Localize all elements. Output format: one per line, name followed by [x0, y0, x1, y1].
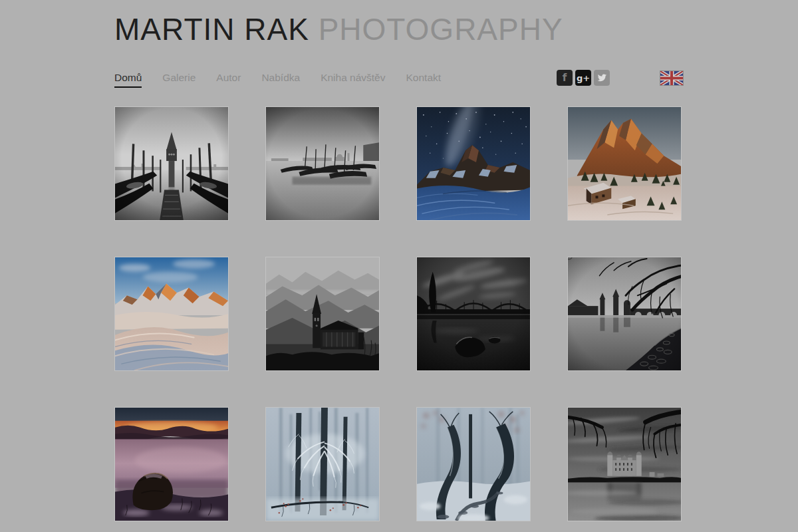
twitter-button[interactable]: [594, 70, 610, 86]
site-logo[interactable]: MARTIN RAK PHOTOGRAPHY: [114, 11, 684, 48]
language-switch-uk-flag[interactable]: [660, 70, 684, 86]
fog-boulder-image: [115, 408, 228, 521]
photo-thumbnail-venice-boats[interactable]: [265, 106, 380, 221]
railway-bridge-image: [417, 257, 530, 370]
union-jack-icon: [660, 71, 683, 85]
photo-thumbnail-church-misty[interactable]: [265, 257, 380, 371]
social-links: f g+: [557, 70, 610, 86]
moritzburg-castle-image: [568, 408, 681, 521]
church-misty-image: [266, 257, 379, 370]
site-logo-secondary: PHOTOGRAPHY: [319, 12, 563, 47]
charles-bridge-image: [568, 257, 681, 370]
photo-thumbnail-dolomites-huts[interactable]: [567, 106, 682, 221]
twitter-bird-icon: [597, 72, 607, 83]
photo-thumbnail-alpenglow-ridge[interactable]: [114, 257, 229, 371]
nav-link-home[interactable]: Domů: [114, 72, 142, 88]
facebook-button[interactable]: f: [557, 70, 573, 86]
google-plus-icon: g+: [577, 74, 590, 82]
nav-item-home: Domů: [114, 72, 142, 84]
facebook-icon: f: [563, 73, 567, 83]
page-container: MARTIN RAK PHOTOGRAPHY Domů Galerie Auto…: [114, 0, 684, 521]
nav-item-author: Autor: [216, 72, 241, 84]
nav-link-author[interactable]: Autor: [216, 72, 241, 83]
nav-link-gallery[interactable]: Galerie: [162, 72, 196, 83]
nav-item-guestbook: Kniha návštěv: [321, 72, 385, 84]
main-nav: Domů Galerie Autor Nabídka Kniha návštěv…: [114, 72, 441, 84]
alpenglow-ridge-image: [115, 257, 228, 370]
frosty-forest-image: [266, 408, 379, 521]
google-plus-button[interactable]: g+: [575, 70, 591, 86]
nav-link-offer[interactable]: Nabídka: [261, 72, 300, 83]
photo-thumbnail-charles-bridge[interactable]: [567, 257, 682, 371]
main-nav-list: Domů Galerie Autor Nabídka Kniha návštěv…: [114, 72, 441, 84]
nav-item-gallery: Galerie: [162, 72, 196, 84]
photo-thumbnail-moritzburg-castle[interactable]: [567, 407, 682, 521]
nav-item-offer: Nabídka: [261, 72, 300, 84]
photo-thumbnail-railway-bridge[interactable]: [416, 257, 531, 371]
photo-thumbnail-venice-gondolas[interactable]: [114, 106, 229, 221]
crooked-trees-image: [417, 408, 530, 521]
nav-link-guestbook[interactable]: Kniha návštěv: [321, 72, 385, 83]
dolomites-sunrise-image: [568, 107, 681, 220]
venice-boats-image: [266, 107, 379, 220]
header-row: Domů Galerie Autor Nabídka Kniha návštěv…: [114, 66, 684, 89]
photo-thumbnail-frosty-forest[interactable]: [265, 407, 380, 521]
photo-grid: [114, 106, 684, 521]
venice-gondolas-image: [115, 107, 228, 220]
milky-way-image: [417, 107, 530, 220]
site-logo-primary: MARTIN RAK: [114, 12, 309, 47]
nav-link-contact[interactable]: Kontakt: [406, 72, 442, 83]
photo-thumbnail-fog-boulder[interactable]: [114, 407, 229, 521]
photo-thumbnail-milky-way[interactable]: [416, 106, 531, 221]
photo-thumbnail-crooked-trees[interactable]: [416, 407, 531, 521]
nav-item-contact: Kontakt: [406, 72, 442, 84]
